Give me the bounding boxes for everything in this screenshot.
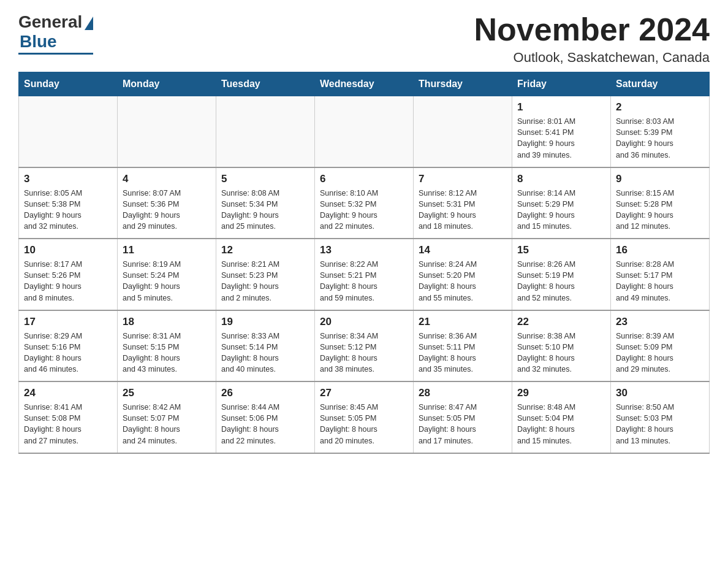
table-row: 29Sunrise: 8:48 AM Sunset: 5:04 PM Dayli… xyxy=(512,381,611,453)
day-info: Sunrise: 8:21 AM Sunset: 5:23 PM Dayligh… xyxy=(221,259,309,304)
header-row: Sunday Monday Tuesday Wednesday Thursday… xyxy=(19,72,710,96)
logo-general-text: General xyxy=(18,12,82,32)
day-info: Sunrise: 8:41 AM Sunset: 5:08 PM Dayligh… xyxy=(24,402,112,446)
table-row xyxy=(216,96,315,167)
day-number: 23 xyxy=(616,316,704,328)
day-number: 30 xyxy=(616,387,704,399)
day-number: 6 xyxy=(320,173,408,185)
day-info: Sunrise: 8:50 AM Sunset: 5:03 PM Dayligh… xyxy=(616,402,704,446)
day-number: 18 xyxy=(123,316,211,328)
table-row: 28Sunrise: 8:47 AM Sunset: 5:05 PM Dayli… xyxy=(414,381,512,453)
table-row: 5Sunrise: 8:08 AM Sunset: 5:34 PM Daylig… xyxy=(216,167,315,239)
logo-underline xyxy=(18,53,93,55)
day-info: Sunrise: 8:48 AM Sunset: 5:04 PM Dayligh… xyxy=(517,402,605,446)
calendar-week-row: 1Sunrise: 8:01 AM Sunset: 5:41 PM Daylig… xyxy=(19,96,710,167)
day-info: Sunrise: 8:14 AM Sunset: 5:29 PM Dayligh… xyxy=(517,188,605,232)
day-number: 8 xyxy=(517,173,605,185)
day-number: 4 xyxy=(123,173,211,185)
day-number: 12 xyxy=(221,244,309,256)
table-row: 30Sunrise: 8:50 AM Sunset: 5:03 PM Dayli… xyxy=(611,381,710,453)
table-row xyxy=(118,96,216,167)
table-row xyxy=(414,96,512,167)
col-tuesday: Tuesday xyxy=(216,72,315,96)
day-info: Sunrise: 8:33 AM Sunset: 5:14 PM Dayligh… xyxy=(221,331,309,375)
day-number: 1 xyxy=(517,101,605,113)
day-number: 5 xyxy=(221,173,309,185)
calendar-week-row: 3Sunrise: 8:05 AM Sunset: 5:38 PM Daylig… xyxy=(19,167,710,239)
table-row: 1Sunrise: 8:01 AM Sunset: 5:41 PM Daylig… xyxy=(512,96,611,167)
day-info: Sunrise: 8:38 AM Sunset: 5:10 PM Dayligh… xyxy=(517,331,605,375)
calendar-header: Sunday Monday Tuesday Wednesday Thursday… xyxy=(19,72,710,96)
table-row: 25Sunrise: 8:42 AM Sunset: 5:07 PM Dayli… xyxy=(118,381,216,453)
day-info: Sunrise: 8:08 AM Sunset: 5:34 PM Dayligh… xyxy=(221,188,309,232)
day-number: 26 xyxy=(221,387,309,399)
table-row: 21Sunrise: 8:36 AM Sunset: 5:11 PM Dayli… xyxy=(414,310,512,382)
table-row: 19Sunrise: 8:33 AM Sunset: 5:14 PM Dayli… xyxy=(216,310,315,382)
day-number: 22 xyxy=(517,316,605,328)
col-saturday: Saturday xyxy=(611,72,710,96)
day-number: 13 xyxy=(320,244,408,256)
day-number: 14 xyxy=(419,244,507,256)
day-info: Sunrise: 8:19 AM Sunset: 5:24 PM Dayligh… xyxy=(123,259,211,304)
table-row: 26Sunrise: 8:44 AM Sunset: 5:06 PM Dayli… xyxy=(216,381,315,453)
calendar-body: 1Sunrise: 8:01 AM Sunset: 5:41 PM Daylig… xyxy=(19,96,710,453)
day-info: Sunrise: 8:39 AM Sunset: 5:09 PM Dayligh… xyxy=(616,331,704,375)
table-row: 23Sunrise: 8:39 AM Sunset: 5:09 PM Dayli… xyxy=(611,310,710,382)
table-row: 27Sunrise: 8:45 AM Sunset: 5:05 PM Dayli… xyxy=(315,381,414,453)
col-thursday: Thursday xyxy=(414,72,512,96)
day-number: 20 xyxy=(320,316,408,328)
table-row xyxy=(315,96,414,167)
day-number: 7 xyxy=(419,173,507,185)
day-info: Sunrise: 8:15 AM Sunset: 5:28 PM Dayligh… xyxy=(616,188,704,232)
col-wednesday: Wednesday xyxy=(315,72,414,96)
day-number: 21 xyxy=(419,316,507,328)
day-number: 3 xyxy=(24,173,112,185)
day-info: Sunrise: 8:45 AM Sunset: 5:05 PM Dayligh… xyxy=(320,402,408,446)
day-info: Sunrise: 8:22 AM Sunset: 5:21 PM Dayligh… xyxy=(320,259,408,304)
col-sunday: Sunday xyxy=(19,72,118,96)
table-row xyxy=(19,96,118,167)
location-subtitle: Outlook, Saskatchewan, Canada xyxy=(474,50,710,66)
day-number: 27 xyxy=(320,387,408,399)
day-info: Sunrise: 8:47 AM Sunset: 5:05 PM Dayligh… xyxy=(419,402,507,446)
day-number: 9 xyxy=(616,173,704,185)
table-row: 24Sunrise: 8:41 AM Sunset: 5:08 PM Dayli… xyxy=(19,381,118,453)
table-row: 10Sunrise: 8:17 AM Sunset: 5:26 PM Dayli… xyxy=(19,239,118,310)
day-number: 16 xyxy=(616,244,704,256)
day-info: Sunrise: 8:12 AM Sunset: 5:31 PM Dayligh… xyxy=(419,188,507,232)
title-area: November 2024 Outlook, Saskatchewan, Can… xyxy=(474,12,710,66)
col-friday: Friday xyxy=(512,72,611,96)
table-row: 12Sunrise: 8:21 AM Sunset: 5:23 PM Dayli… xyxy=(216,239,315,310)
day-info: Sunrise: 8:42 AM Sunset: 5:07 PM Dayligh… xyxy=(123,402,211,446)
day-info: Sunrise: 8:44 AM Sunset: 5:06 PM Dayligh… xyxy=(221,402,309,446)
day-number: 28 xyxy=(419,387,507,399)
day-info: Sunrise: 8:17 AM Sunset: 5:26 PM Dayligh… xyxy=(24,259,112,304)
col-monday: Monday xyxy=(118,72,216,96)
logo-blue-text: Blue xyxy=(20,32,57,52)
table-row: 7Sunrise: 8:12 AM Sunset: 5:31 PM Daylig… xyxy=(414,167,512,239)
day-number: 11 xyxy=(123,244,211,256)
day-info: Sunrise: 8:01 AM Sunset: 5:41 PM Dayligh… xyxy=(517,116,605,161)
day-info: Sunrise: 8:07 AM Sunset: 5:36 PM Dayligh… xyxy=(123,188,211,232)
table-row: 18Sunrise: 8:31 AM Sunset: 5:15 PM Dayli… xyxy=(118,310,216,382)
day-info: Sunrise: 8:24 AM Sunset: 5:20 PM Dayligh… xyxy=(419,259,507,304)
table-row: 9Sunrise: 8:15 AM Sunset: 5:28 PM Daylig… xyxy=(611,167,710,239)
table-row: 17Sunrise: 8:29 AM Sunset: 5:16 PM Dayli… xyxy=(19,310,118,382)
day-number: 29 xyxy=(517,387,605,399)
day-info: Sunrise: 8:26 AM Sunset: 5:19 PM Dayligh… xyxy=(517,259,605,304)
table-row: 3Sunrise: 8:05 AM Sunset: 5:38 PM Daylig… xyxy=(19,167,118,239)
day-number: 25 xyxy=(123,387,211,399)
day-number: 2 xyxy=(616,101,704,113)
calendar-week-row: 24Sunrise: 8:41 AM Sunset: 5:08 PM Dayli… xyxy=(19,381,710,453)
day-number: 15 xyxy=(517,244,605,256)
day-info: Sunrise: 8:28 AM Sunset: 5:17 PM Dayligh… xyxy=(616,259,704,304)
day-info: Sunrise: 8:03 AM Sunset: 5:39 PM Dayligh… xyxy=(616,116,704,161)
month-year-title: November 2024 xyxy=(474,12,710,47)
table-row: 2Sunrise: 8:03 AM Sunset: 5:39 PM Daylig… xyxy=(611,96,710,167)
calendar-table: Sunday Monday Tuesday Wednesday Thursday… xyxy=(18,72,710,454)
table-row: 11Sunrise: 8:19 AM Sunset: 5:24 PM Dayli… xyxy=(118,239,216,310)
table-row: 20Sunrise: 8:34 AM Sunset: 5:12 PM Dayli… xyxy=(315,310,414,382)
day-info: Sunrise: 8:10 AM Sunset: 5:32 PM Dayligh… xyxy=(320,188,408,232)
table-row: 15Sunrise: 8:26 AM Sunset: 5:19 PM Dayli… xyxy=(512,239,611,310)
day-info: Sunrise: 8:05 AM Sunset: 5:38 PM Dayligh… xyxy=(24,188,112,232)
